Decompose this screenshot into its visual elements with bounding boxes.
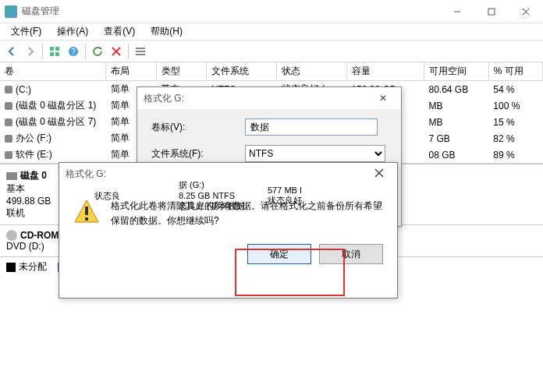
menu-action[interactable]: 操作(A): [51, 23, 94, 40]
app-icon: [5, 5, 17, 18]
refresh-icon[interactable]: [89, 43, 106, 60]
svg-rect-7: [55, 52, 59, 56]
svg-text:?: ?: [71, 48, 76, 56]
format-dialog-title: 格式化 G:: [144, 92, 371, 105]
svg-rect-13: [136, 51, 145, 52]
svg-rect-19: [85, 217, 88, 221]
help-icon[interactable]: ?: [65, 43, 82, 60]
svg-rect-6: [50, 52, 54, 56]
col-type[interactable]: 类型: [156, 62, 206, 81]
col-status[interactable]: 状态: [277, 62, 347, 81]
col-free[interactable]: 可用空间: [424, 62, 488, 81]
toolbar: ?: [0, 41, 543, 62]
warning-icon: [73, 199, 100, 225]
col-volume[interactable]: 卷: [0, 62, 106, 81]
titlebar: 磁盘管理: [0, 0, 543, 23]
list-icon[interactable]: [132, 43, 149, 60]
svg-rect-4: [50, 47, 54, 51]
menubar: 文件(F) 操作(A) 查看(V) 帮助(H): [0, 23, 543, 41]
label-volume: 卷标(V):: [151, 121, 245, 134]
menu-view[interactable]: 查看(V): [98, 23, 141, 40]
view-icon[interactable]: [46, 43, 63, 60]
svg-rect-1: [488, 9, 495, 15]
minimize-button[interactable]: [440, 0, 474, 23]
filesystem-select[interactable]: NTFS: [245, 145, 385, 162]
label-filesystem: 文件系统(F):: [151, 147, 245, 161]
cancel-button[interactable]: 取消: [319, 244, 383, 264]
confirm-dialog-close-icon[interactable]: [367, 168, 391, 180]
back-icon[interactable]: [3, 43, 20, 60]
svg-rect-5: [55, 47, 59, 51]
table-header-row: 卷 布局 类型 文件系统 状态 容量 可用空间 % 可用: [0, 62, 543, 81]
svg-rect-18: [85, 207, 88, 215]
menu-help[interactable]: 帮助(H): [144, 23, 189, 40]
svg-rect-12: [136, 48, 145, 49]
confirm-dialog-title: 格式化 G:: [66, 168, 367, 181]
menu-file[interactable]: 文件(F): [5, 23, 48, 40]
volume-label-input[interactable]: [245, 118, 378, 136]
col-layout[interactable]: 布局: [106, 62, 156, 81]
forward-icon[interactable]: [22, 43, 39, 60]
col-pct[interactable]: % 可用: [488, 62, 542, 81]
format-dialog-close-icon[interactable]: ✕: [371, 93, 395, 104]
svg-rect-14: [136, 54, 145, 55]
col-fs[interactable]: 文件系统: [207, 62, 277, 81]
close-button[interactable]: [509, 0, 543, 23]
ok-button[interactable]: 确定: [247, 244, 311, 264]
window-title: 磁盘管理: [22, 5, 440, 18]
maximize-button[interactable]: [474, 0, 509, 23]
delete-icon[interactable]: [108, 43, 125, 60]
col-capacity[interactable]: 容量: [346, 62, 424, 81]
